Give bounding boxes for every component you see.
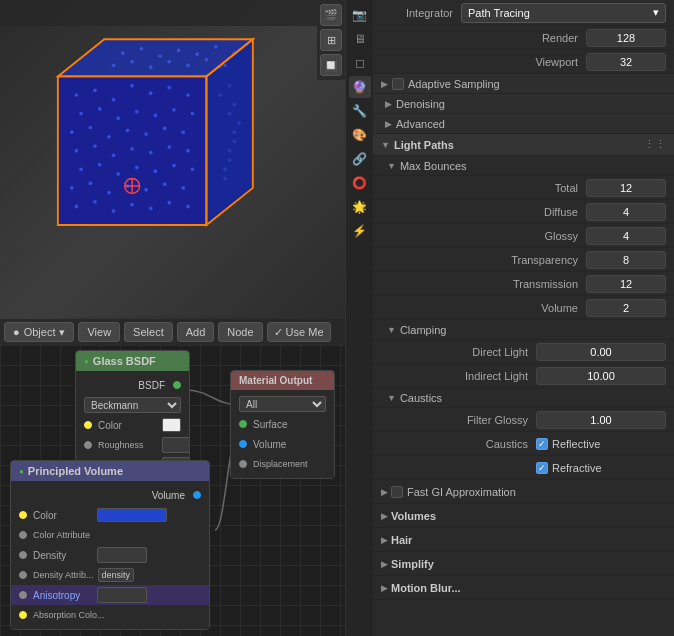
mat-displacement-socket[interactable]: [239, 460, 247, 468]
vol-absorption-socket[interactable]: [19, 611, 27, 619]
roughness-input[interactable]: 0.000: [162, 437, 190, 453]
hair-section[interactable]: ▶ Hair: [373, 528, 674, 552]
side-icon-object[interactable]: ⭕: [349, 172, 371, 194]
side-icon-render[interactable]: 🔮: [349, 76, 371, 98]
volume-row: Volume 2: [373, 296, 674, 320]
reflective-checkbox[interactable]: ✓: [536, 438, 548, 450]
caustics-arrow: ▼: [387, 393, 396, 403]
refractive-checkbox[interactable]: ✓: [536, 462, 548, 474]
svg-point-65: [205, 58, 209, 62]
svg-point-31: [186, 149, 190, 153]
adaptive-checkbox[interactable]: [392, 78, 404, 90]
max-bounces-header[interactable]: ▼ Max Bounces: [373, 156, 674, 176]
add-menu[interactable]: Add: [177, 322, 215, 342]
side-icon-view[interactable]: ◻: [349, 52, 371, 74]
roughness-socket[interactable]: [84, 441, 92, 449]
select-menu[interactable]: Select: [124, 322, 173, 342]
mat-dist-select[interactable]: All: [239, 396, 326, 412]
vol-density-socket[interactable]: [19, 551, 27, 559]
vol-color-swatch[interactable]: [97, 508, 167, 522]
render-value[interactable]: 128: [586, 29, 666, 47]
volumes-section[interactable]: ▶ Volumes: [373, 504, 674, 528]
viewport-label: Viewport: [381, 56, 586, 68]
side-icon-modifier[interactable]: 🔧: [349, 100, 371, 122]
fast-gi-section[interactable]: ▶ Fast GI Approximation: [373, 480, 674, 504]
node-menu[interactable]: Node: [218, 322, 262, 342]
mat-volume-row: Volume: [231, 434, 334, 454]
distribution-select[interactable]: Beckmann: [84, 397, 181, 413]
fast-gi-checkbox[interactable]: [391, 486, 403, 498]
svg-point-68: [228, 84, 232, 88]
svg-point-36: [154, 169, 158, 173]
motion-blur-section[interactable]: ▶ Motion Blur...: [373, 576, 674, 600]
integrator-dropdown[interactable]: Path Tracing ▾: [461, 3, 666, 23]
svg-point-54: [140, 47, 144, 51]
simplify-section[interactable]: ▶ Simplify: [373, 552, 674, 576]
side-icon-particles[interactable]: 🌟: [349, 196, 371, 218]
svg-point-10: [186, 93, 190, 97]
viewport-camera-icon[interactable]: 🎬: [320, 4, 342, 26]
caustics-title: Caustics: [400, 392, 442, 404]
side-icon-constraints[interactable]: 🔗: [349, 148, 371, 170]
vol-density-attr-socket[interactable]: [19, 571, 27, 579]
side-icon-physics[interactable]: ⚡: [349, 220, 371, 242]
vol-color-socket[interactable]: [19, 511, 27, 519]
svg-point-16: [172, 108, 176, 112]
transparency-row: Transparency 8: [373, 248, 674, 272]
side-icon-output[interactable]: 🖥: [349, 28, 371, 50]
volume-value[interactable]: 2: [586, 299, 666, 317]
viewport-wireframe-icon[interactable]: 🔲: [320, 54, 342, 76]
caustics-header[interactable]: ▼ Caustics: [373, 388, 674, 408]
svg-point-49: [130, 203, 134, 207]
indirect-light-value[interactable]: 10.00: [536, 367, 666, 385]
adaptive-sampling-header[interactable]: ▶ Adaptive Sampling: [373, 74, 674, 94]
light-paths-menu-icon[interactable]: ⋮⋮: [644, 138, 666, 151]
mat-surface-socket[interactable]: [239, 420, 247, 428]
light-paths-section[interactable]: ▼ Light Paths ⋮⋮: [373, 134, 674, 156]
svg-point-51: [167, 201, 171, 205]
svg-point-40: [89, 181, 93, 185]
total-label: Total: [381, 182, 586, 194]
side-icon-material[interactable]: 🎨: [349, 124, 371, 146]
caustics-label2: Caustics: [381, 438, 536, 450]
clamping-header[interactable]: ▼ Clamping: [373, 320, 674, 340]
side-icon-camera[interactable]: 📷: [349, 4, 371, 26]
material-output-node[interactable]: Material Output All Surface: [230, 370, 335, 479]
transmission-value[interactable]: 12: [586, 275, 666, 293]
glossy-value[interactable]: 4: [586, 227, 666, 245]
vol-density-input[interactable]: 30.000: [97, 547, 147, 563]
mat-volume-socket[interactable]: [239, 440, 247, 448]
material-output-header: Material Output: [231, 371, 334, 390]
vol-color-attr-socket[interactable]: [19, 531, 27, 539]
vol-anisotropy-socket[interactable]: [19, 591, 27, 599]
color-swatch[interactable]: [162, 418, 181, 432]
filter-glossy-value[interactable]: 1.00: [536, 411, 666, 429]
transparency-value[interactable]: 8: [586, 251, 666, 269]
direct-light-value[interactable]: 0.00: [536, 343, 666, 361]
view-menu[interactable]: View: [78, 322, 120, 342]
use-me-btn[interactable]: ✓ Use Me: [267, 322, 331, 342]
bsdf-output-socket[interactable]: [173, 381, 181, 389]
vol-anisotropy-input[interactable]: 0.000: [97, 587, 147, 603]
viewport-grid-icon[interactable]: ⊞: [320, 29, 342, 51]
adaptive-arrow: ▶: [381, 79, 388, 89]
vol-density-attr-val[interactable]: density: [98, 568, 135, 582]
mat-displacement-label: Displacement: [253, 459, 313, 469]
vol-output-socket[interactable]: [193, 491, 201, 499]
total-value[interactable]: 12: [586, 179, 666, 197]
svg-point-8: [149, 91, 153, 95]
transmission-label: Transmission: [381, 278, 586, 290]
viewport-value[interactable]: 32: [586, 53, 666, 71]
caustics-reflective-row: Caustics ✓ Reflective: [373, 432, 674, 456]
advanced-header[interactable]: ▶ Advanced: [373, 114, 674, 134]
principled-volume-node[interactable]: ● Principled Volume Volume Color: [10, 460, 210, 630]
mode-select[interactable]: ● Object ▾: [4, 322, 74, 342]
color-input-socket[interactable]: [84, 421, 92, 429]
transparency-label: Transparency: [381, 254, 586, 266]
vol-node-dot: ●: [19, 467, 24, 476]
integrator-value: Path Tracing: [468, 7, 530, 19]
denoising-header[interactable]: ▶ Denoising: [373, 94, 674, 114]
motion-blur-arrow: ▶: [381, 583, 388, 593]
svg-point-39: [70, 186, 74, 190]
diffuse-value[interactable]: 4: [586, 203, 666, 221]
